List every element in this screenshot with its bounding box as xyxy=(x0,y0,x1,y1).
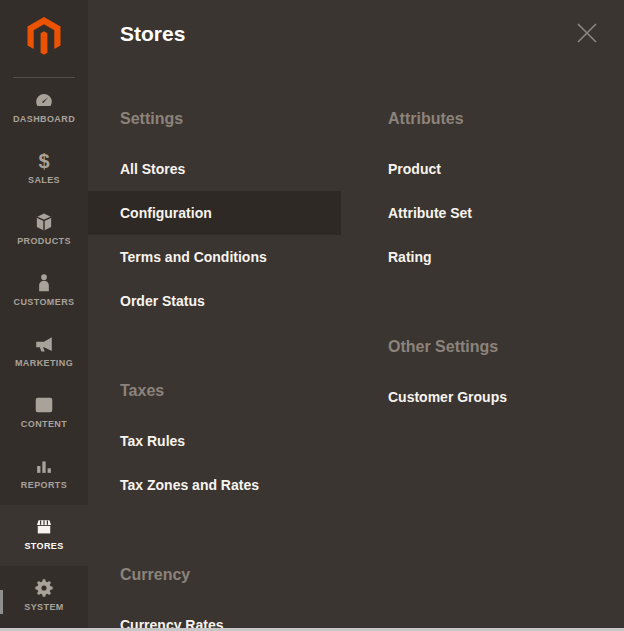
sidebar-item-marketing[interactable]: MARKETING xyxy=(0,322,88,383)
sidebar-item-label: STORES xyxy=(24,541,63,551)
section-currency: Currency Currency Rates xyxy=(88,566,356,631)
sidebar-item-dashboard[interactable]: DASHBOARD xyxy=(0,78,88,139)
storefront-icon xyxy=(33,516,55,538)
flyout-title: Stores xyxy=(120,20,185,47)
sidebar: DASHBOARD $ SALES PRODUCTS xyxy=(0,0,88,631)
scrollbar-artifact xyxy=(0,590,3,614)
menu-item-tax-zones-and-rates[interactable]: Tax Zones and Rates xyxy=(88,463,341,507)
sidebar-item-customers[interactable]: CUSTOMERS xyxy=(0,261,88,322)
menu-item-tax-rules[interactable]: Tax Rules xyxy=(88,419,341,463)
flyout-header: Stores xyxy=(88,0,624,96)
sidebar-item-label: PRODUCTS xyxy=(17,236,71,246)
flyout-body: Settings All Stores Configuration Terms … xyxy=(88,96,624,631)
sidebar-item-label: CUSTOMERS xyxy=(14,297,75,307)
flyout-column-2: Attributes Product Attribute Set Rating … xyxy=(356,96,624,631)
menu-item-currency-rates[interactable]: Currency Rates xyxy=(88,603,341,631)
sidebar-item-label: DASHBOARD xyxy=(13,114,75,124)
section-title: Currency xyxy=(88,566,356,584)
sidebar-nav: DASHBOARD $ SALES PRODUCTS xyxy=(0,78,88,627)
layout-icon xyxy=(33,394,55,416)
section-settings: Settings All Stores Configuration Terms … xyxy=(88,110,356,323)
sidebar-item-stores[interactable]: STORES xyxy=(0,505,88,566)
section-attributes: Attributes Product Attribute Set Rating xyxy=(356,110,624,279)
section-title: Other Settings xyxy=(356,338,624,356)
gauge-icon xyxy=(33,89,55,111)
close-icon[interactable] xyxy=(574,20,600,46)
sidebar-item-label: SALES xyxy=(28,175,60,185)
menu-item-attribute-set[interactable]: Attribute Set xyxy=(356,191,609,235)
menu-item-terms-and-conditions[interactable]: Terms and Conditions xyxy=(88,235,341,279)
sidebar-item-reports[interactable]: REPORTS xyxy=(0,444,88,505)
menu-item-customer-groups[interactable]: Customer Groups xyxy=(356,375,609,419)
stores-flyout-menu: Stores Settings All Stores Configuration… xyxy=(88,0,624,631)
magento-logo[interactable] xyxy=(0,0,88,77)
gear-icon xyxy=(33,577,55,599)
section-title: Settings xyxy=(88,110,356,128)
menu-item-all-stores[interactable]: All Stores xyxy=(88,147,341,191)
flyout-column-1: Settings All Stores Configuration Terms … xyxy=(88,96,356,631)
menu-item-product[interactable]: Product xyxy=(356,147,609,191)
sidebar-item-content[interactable]: CONTENT xyxy=(0,383,88,444)
box-icon xyxy=(33,211,55,233)
section-title: Attributes xyxy=(356,110,624,128)
sidebar-item-label: CONTENT xyxy=(21,419,67,429)
magento-logo-icon xyxy=(23,16,65,62)
section-other-settings: Other Settings Customer Groups xyxy=(356,338,624,419)
menu-item-configuration[interactable]: Configuration xyxy=(88,191,341,235)
person-icon xyxy=(33,272,55,294)
sidebar-item-label: MARKETING xyxy=(15,358,73,368)
megaphone-icon xyxy=(33,333,55,355)
sidebar-item-sales[interactable]: $ SALES xyxy=(0,139,88,200)
bar-chart-icon xyxy=(33,455,55,477)
section-title: Taxes xyxy=(88,382,356,400)
section-taxes: Taxes Tax Rules Tax Zones and Rates xyxy=(88,382,356,507)
sidebar-item-system[interactable]: SYSTEM xyxy=(0,566,88,627)
magento-admin: DASHBOARD $ SALES PRODUCTS xyxy=(0,0,624,631)
menu-item-order-status[interactable]: Order Status xyxy=(88,279,341,323)
sidebar-item-label: SYSTEM xyxy=(24,602,63,612)
sidebar-item-label: REPORTS xyxy=(21,480,67,490)
dollar-icon: $ xyxy=(38,150,49,172)
menu-item-rating[interactable]: Rating xyxy=(356,235,609,279)
sidebar-item-products[interactable]: PRODUCTS xyxy=(0,200,88,261)
